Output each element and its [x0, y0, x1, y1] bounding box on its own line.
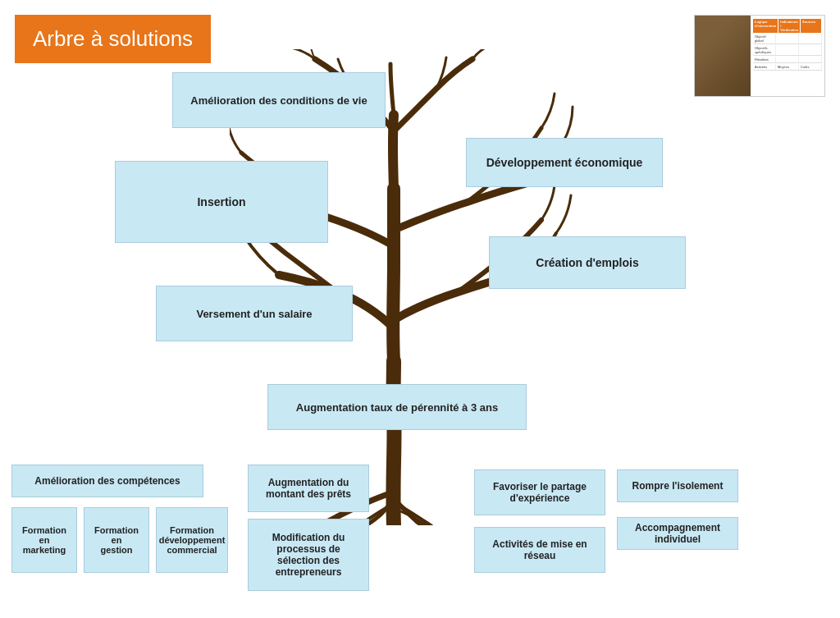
box-activites-reseau: Activités de mise en réseau [474, 527, 605, 573]
box-amelioration-competences: Amélioration des compétences [11, 465, 203, 497]
box-formation-developpement: Formation développement commercial [156, 507, 228, 573]
box-creation-emplois: Création d'emplois [489, 236, 686, 289]
title-text: Arbre à solutions [33, 26, 193, 51]
box-modification-processus: Modification du processus de sélection d… [248, 519, 369, 591]
thumbnail-table: Logique d'intervention Indicateurs / Vér… [751, 16, 824, 97]
thumbnail: Logique d'intervention Indicateurs / Vér… [694, 15, 825, 97]
box-developpement-economique: Développement économique [466, 138, 663, 187]
box-versement-salaire: Versement d'un salaire [156, 286, 353, 341]
box-amelioration-conditions: Amélioration des conditions de vie [172, 72, 386, 128]
box-favoriser-partage: Favoriser le partage d'expérience [474, 469, 605, 515]
box-accompagnement-individuel: Accompagnement individuel [617, 517, 738, 550]
box-augmentation-taux: Augmentation taux de pérennité à 3 ans [267, 384, 527, 430]
box-augmentation-prets: Augmentation du montant des prêts [248, 465, 369, 512]
title-box: Arbre à solutions [15, 15, 211, 63]
box-formation-gestion: Formation en gestion [84, 507, 149, 573]
box-insertion: Insertion [115, 161, 328, 243]
thumbnail-photo [695, 16, 752, 97]
box-formation-marketing: Formation en marketing [11, 507, 77, 573]
box-rompre-isolement: Rompre l'isolement [617, 469, 738, 502]
